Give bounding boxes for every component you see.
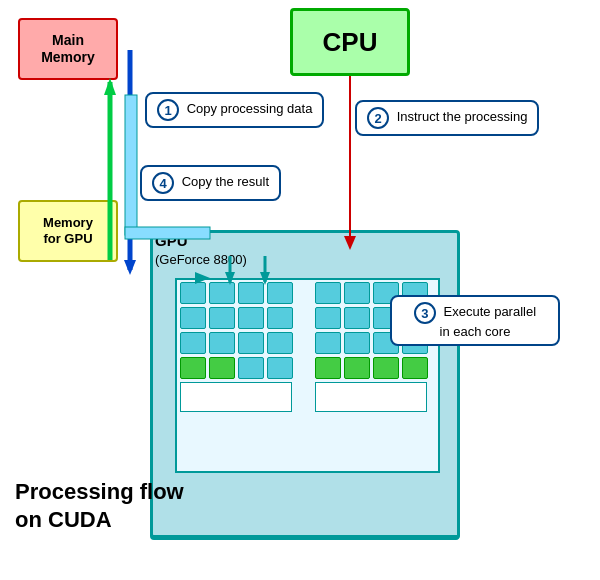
core-green [180, 357, 206, 379]
gpu-white-block [180, 382, 292, 412]
core-green [344, 357, 370, 379]
core [267, 332, 293, 354]
core [315, 332, 341, 354]
core [315, 307, 341, 329]
core-green [315, 357, 341, 379]
core [267, 357, 293, 379]
step-num-3: 3 [414, 302, 436, 324]
core [209, 307, 235, 329]
core [344, 307, 370, 329]
main-memory-box: MainMemory [18, 18, 118, 80]
core [180, 282, 206, 304]
callout-2: 2 Instruct the processing [355, 100, 539, 136]
mem-gpu-box: Memoryfor GPU [18, 200, 118, 262]
svg-rect-4 [125, 95, 137, 235]
core [238, 307, 264, 329]
core [180, 332, 206, 354]
diagram: MainMemory CPU Memoryfor GPU GPU (GeForc… [0, 0, 600, 580]
core [180, 307, 206, 329]
svg-marker-3 [104, 78, 116, 95]
step-num-1: 1 [157, 99, 179, 121]
step-1-text: Copy processing data [187, 101, 313, 116]
core [238, 357, 264, 379]
step-2-text: Instruct the processing [397, 109, 528, 124]
callout-3: 3 Execute parallelin each core [390, 295, 560, 346]
core-col-left [180, 282, 300, 412]
step-num-4: 4 [152, 172, 174, 194]
cpu-label: CPU [323, 27, 378, 58]
step-num-2: 2 [367, 107, 389, 129]
callout-1: 1 Copy processing data [145, 92, 324, 128]
gpu-bottom [150, 500, 460, 538]
core-green [373, 357, 399, 379]
callout-4: 4 Copy the result [140, 165, 281, 201]
processing-flow-line2: on CUDA [15, 507, 112, 532]
gpu-white-block [315, 382, 427, 412]
core [315, 282, 341, 304]
core [267, 282, 293, 304]
core-green [209, 357, 235, 379]
svg-marker-1 [124, 260, 136, 275]
cpu-box: CPU [290, 8, 410, 76]
core [209, 332, 235, 354]
processing-flow-text: Processing flow on CUDA [15, 478, 184, 535]
step-3-text: Execute parallelin each core [440, 304, 536, 339]
core [344, 282, 370, 304]
core [238, 332, 264, 354]
core [238, 282, 264, 304]
core [209, 282, 235, 304]
core [267, 307, 293, 329]
gpu-label: GPU [155, 232, 188, 249]
core [344, 332, 370, 354]
core-green [402, 357, 428, 379]
gpu-sublabel: (GeForce 8800) [155, 252, 247, 267]
step-4-text: Copy the result [182, 174, 269, 189]
processing-flow-line1: Processing flow [15, 479, 184, 504]
